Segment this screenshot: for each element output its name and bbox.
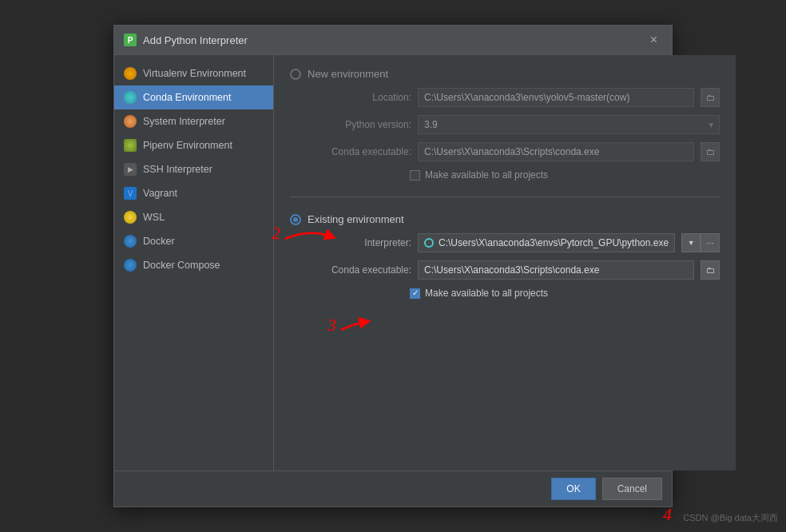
pipenv-icon (124, 139, 137, 152)
python-version-select[interactable]: 3.9 (418, 115, 720, 134)
sidebar-label-conda: Conda Environment (143, 92, 231, 103)
existing-environment-section: Existing environment Interpreter: C:\Use… (290, 213, 720, 299)
existing-env-make-available-row: Make available to all projects (290, 288, 720, 299)
sidebar-label-docker-compose: Docker Compose (143, 260, 220, 271)
sidebar-label-vagrant: Vagrant (143, 188, 177, 199)
wsl-icon (124, 211, 137, 224)
sidebar-item-ssh[interactable]: ▶ SSH Interpreter (114, 157, 273, 181)
docker-compose-icon (124, 259, 137, 272)
location-label: Location: (308, 92, 411, 103)
dialog-body: Virtualenv Environment Conda Environment… (114, 55, 672, 470)
sidebar-label-virtualenv: Virtualenv Environment (143, 68, 246, 79)
new-env-label: New environment (308, 68, 388, 80)
interpreter-label: Interpreter: (308, 237, 411, 248)
existing-env-conda-exec-row: Conda executable: 🗀 (290, 260, 720, 280)
existing-env-radio-header: Existing environment (290, 213, 720, 225)
virtualenv-icon (124, 67, 137, 80)
new-environment-section: New environment Location: 🗀 Python versi… (290, 68, 720, 181)
location-input[interactable] (418, 88, 694, 107)
python-version-label: Python version: (308, 119, 411, 130)
watermark: CSDN @Big data大周西 (683, 512, 778, 524)
new-env-make-available-row: Make available to all projects (290, 169, 720, 181)
new-env-radio[interactable] (290, 69, 301, 80)
new-env-make-available-label: Make available to all projects (425, 169, 548, 181)
new-env-radio-header: New environment (290, 68, 720, 80)
sidebar-item-wsl[interactable]: WSL (114, 205, 273, 229)
sidebar-item-docker-compose[interactable]: Docker Compose (114, 253, 273, 277)
vagrant-icon: V (124, 187, 137, 200)
sidebar-label-system: System Interpreter (143, 116, 225, 127)
interpreter-dropdown-wrap: ▼ (681, 233, 697, 252)
interpreter-dropdown-button[interactable]: ▼ (681, 233, 701, 252)
location-browse-button[interactable]: 🗀 (701, 88, 720, 107)
ok-button[interactable]: OK (551, 478, 595, 500)
title-bar-left: P Add Python Interpreter (124, 34, 248, 46)
add-python-interpreter-dialog: P Add Python Interpreter × Virtualenv En… (113, 25, 673, 507)
dialog-icon: P (124, 34, 137, 46)
dialog-title: Add Python Interpreter (143, 34, 248, 46)
sidebar-label-pipenv: Pipenv Environment (143, 140, 232, 151)
new-env-make-available-checkbox[interactable] (410, 170, 420, 181)
existing-conda-exec-label: Conda executable: (308, 264, 411, 276)
conda-icon (124, 91, 137, 104)
title-bar: P Add Python Interpreter × (114, 26, 672, 55)
dialog-footer: OK Cancel (114, 470, 672, 506)
sidebar-item-conda[interactable]: Conda Environment (114, 85, 273, 109)
interpreter-value: C:\Users\X\anaconda3\envs\Pytorch_GPU\py… (439, 237, 669, 248)
main-content: New environment Location: 🗀 Python versi… (274, 55, 736, 470)
python-version-select-wrap: 3.9 ▼ (418, 115, 720, 134)
sidebar-item-docker[interactable]: Docker (114, 229, 273, 253)
new-conda-exec-browse-button[interactable]: 🗀 (701, 142, 720, 161)
existing-env-make-available-checkbox[interactable] (410, 288, 420, 299)
cancel-button[interactable]: Cancel (602, 478, 662, 500)
sidebar-item-system[interactable]: System Interpreter (114, 109, 273, 133)
new-env-conda-exec-row: Conda executable: 🗀 (290, 142, 720, 161)
new-env-location-row: Location: 🗀 (290, 88, 720, 107)
section-divider (290, 197, 720, 197)
sidebar-item-pipenv[interactable]: Pipenv Environment (114, 133, 273, 157)
sidebar-item-virtualenv[interactable]: Virtualenv Environment (114, 62, 273, 85)
sidebar-label-docker: Docker (143, 236, 175, 247)
existing-env-interpreter-row: Interpreter: C:\Users\X\anaconda3\envs\P… (290, 233, 720, 252)
existing-env-radio[interactable] (290, 214, 301, 225)
new-conda-exec-input[interactable] (418, 142, 694, 161)
existing-env-label: Existing environment (308, 213, 404, 225)
system-icon (124, 115, 137, 128)
sidebar-item-vagrant[interactable]: V Vagrant (114, 181, 273, 205)
sidebar-label-ssh: SSH Interpreter (143, 164, 212, 175)
sidebar-label-wsl: WSL (143, 212, 165, 223)
ssh-icon: ▶ (124, 163, 137, 176)
existing-conda-exec-input[interactable] (418, 260, 694, 280)
new-env-python-version-row: Python version: 3.9 ▼ (290, 115, 720, 134)
docker-icon (124, 235, 137, 248)
new-conda-exec-label: Conda executable: (308, 146, 411, 157)
interpreter-status-icon (424, 238, 434, 248)
sidebar: Virtualenv Environment Conda Environment… (114, 55, 274, 470)
existing-conda-exec-browse-button[interactable]: 🗀 (701, 260, 720, 280)
close-button[interactable]: × (645, 32, 662, 48)
existing-env-make-available-label: Make available to all projects (425, 288, 548, 299)
interpreter-input-wrap: C:\Users\X\anaconda3\envs\Pytorch_GPU\py… (418, 233, 675, 252)
interpreter-more-button[interactable]: ··· (701, 233, 720, 252)
